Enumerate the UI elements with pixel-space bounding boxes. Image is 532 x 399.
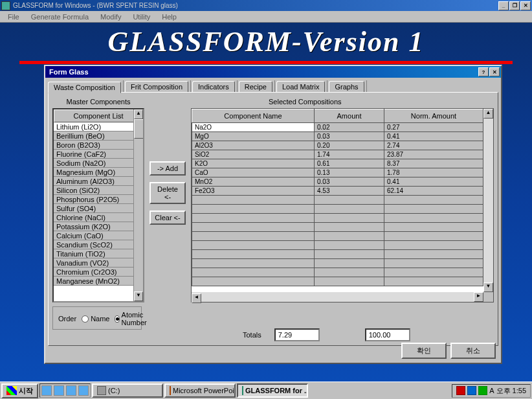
list-item[interactable]: Silicon (SiO2) (54, 186, 143, 195)
order-group: Order Name Atomic Number (52, 306, 142, 330)
table-row[interactable] (192, 259, 483, 268)
table-row[interactable] (192, 241, 483, 250)
list-item[interactable]: Aluminum (Al2O3) (54, 177, 143, 186)
close-button[interactable]: ✕ (520, 1, 531, 10)
list-item[interactable]: Fluorine (CaF2) (54, 150, 143, 159)
table-row[interactable] (192, 214, 483, 223)
ok-button[interactable]: 확인 (401, 343, 447, 359)
taskbar-drive[interactable]: (C:) (92, 383, 163, 398)
list-item[interactable]: Magnesium (MgO) (54, 168, 143, 177)
list-item[interactable]: Titanium (TiO2) (54, 249, 143, 258)
menu-generate-formula[interactable]: Generate Formula (26, 12, 94, 22)
tab-panel: Master Components Component List Lithium… (48, 92, 498, 346)
quicklaunch-icon[interactable] (78, 385, 89, 396)
list-item[interactable]: Phosphorus (P2O5) (54, 195, 143, 204)
order-radio-atomic[interactable]: Atomic Number (115, 311, 149, 326)
selected-compositions-label: Selected Compositions (269, 97, 494, 108)
app-icon (1, 1, 10, 10)
table-row[interactable]: SiO21.7423.87 (192, 150, 483, 159)
dialog-titlebar: Form Glass ? ✕ (45, 66, 501, 78)
heading-underline (19, 61, 513, 64)
scroll-left-icon[interactable]: ◄ (192, 293, 201, 303)
tray-lang[interactable]: A (489, 387, 494, 394)
list-item[interactable]: Manganese (MnO2) (54, 277, 143, 286)
taskbar: 시작 (C:) Microsoft PowerPoint ... GLASSFO… (0, 382, 532, 399)
menu-modify[interactable]: Modify (95, 12, 126, 22)
scroll-right-icon[interactable]: ► (474, 292, 483, 302)
table-row[interactable]: Fe2O34.5362.14 (192, 187, 483, 196)
list-item[interactable]: Chlorine (NaCl) (54, 213, 143, 222)
totals-norm: 100.00 (365, 328, 410, 341)
table-row[interactable]: K2O0.618.37 (192, 159, 483, 168)
windows-icon (6, 386, 17, 395)
list-item[interactable]: Calcium (CaO) (54, 231, 143, 240)
tray-icon[interactable] (456, 386, 465, 395)
tray-icon[interactable] (467, 386, 476, 395)
table-row[interactable] (192, 277, 483, 286)
component-listbox[interactable]: Component List Lithium (Li2O)Berillium (… (52, 108, 144, 302)
tab-frit-composition[interactable]: Frit Composition (125, 81, 188, 93)
add-button[interactable]: -> Add (150, 161, 186, 176)
scroll-down-icon[interactable]: ▼ (134, 291, 143, 301)
table-row[interactable] (192, 232, 483, 241)
tray-icon[interactable] (478, 386, 487, 395)
grid-header-amount: Amount (315, 109, 384, 123)
quicklaunch-icon[interactable] (54, 385, 64, 396)
scroll-thumb[interactable] (134, 119, 144, 139)
delete-button[interactable]: Delete <- (150, 182, 186, 204)
scroll-down-icon[interactable]: ▼ (483, 282, 493, 292)
list-item[interactable]: Scandium (ScO2) (54, 240, 143, 249)
menu-utility[interactable]: Utility (127, 12, 155, 22)
clear-button[interactable]: Clear <- (150, 211, 186, 225)
tab-graphs[interactable]: Graphs (329, 81, 364, 93)
start-button[interactable]: 시작 (1, 383, 38, 398)
order-radio-name[interactable]: Name (82, 315, 109, 323)
table-row[interactable] (192, 205, 483, 214)
list-item[interactable]: Vanadium (VO2) (54, 258, 143, 268)
selected-compositions-grid[interactable]: Component Name Amount Norm. Amount Na2O0… (191, 108, 494, 302)
app-title-text: GLASSFORM for Windows - (BWR SPENT RESIN… (13, 2, 498, 9)
list-item[interactable]: Chromium (Cr2O3) (54, 268, 143, 277)
list-item[interactable]: Berillium (BeO) (54, 131, 143, 141)
master-components-label: Master Components (52, 97, 144, 108)
list-item[interactable]: Lithium (Li2O) (54, 122, 143, 131)
table-row[interactable] (192, 268, 483, 277)
tray-clock: 오후 1:55 (496, 386, 526, 396)
grid-vscrollbar[interactable]: ▲ ▼ (483, 109, 493, 292)
tab-recipe[interactable]: Recipe (239, 81, 272, 93)
tab-indicators[interactable]: Indicators (192, 81, 235, 93)
order-legend: Order (58, 315, 76, 323)
table-row[interactable]: MnO20.030.41 (192, 177, 483, 187)
table-row[interactable]: Al2O30.202.74 (192, 141, 483, 150)
list-item[interactable]: Sodium (Na2O) (54, 159, 143, 168)
cancel-button[interactable]: 취소 (450, 343, 496, 359)
table-row[interactable] (192, 250, 483, 259)
list-item[interactable]: Boron (B2O3) (54, 141, 143, 150)
scroll-up-icon[interactable]: ▲ (134, 109, 143, 119)
minimize-button[interactable]: _ (498, 1, 509, 10)
totals-label: Totals (243, 331, 261, 339)
grid-hscrollbar[interactable]: ◄ ► (192, 292, 493, 302)
table-row[interactable] (192, 196, 483, 205)
table-row[interactable]: CaO0.131.78 (192, 168, 483, 177)
menu-file[interactable]: File (3, 12, 25, 22)
taskbar-task-glassform[interactable]: GLASSFORM for ... (237, 383, 308, 398)
menu-help[interactable]: Help (157, 12, 182, 22)
tab-waste-composition[interactable]: Waste Composition (48, 82, 121, 93)
tab-load-matrix[interactable]: Load Matrix (276, 81, 325, 93)
scroll-up-icon[interactable]: ▲ (483, 109, 493, 119)
table-row[interactable]: Na2O0.020.27 (192, 123, 483, 132)
list-item[interactable]: Sulfur (SO4) (54, 204, 143, 213)
quicklaunch-icon[interactable] (66, 385, 76, 396)
table-row[interactable] (192, 223, 483, 232)
table-row[interactable]: MgO0.030.41 (192, 132, 483, 141)
dialog-close-button[interactable]: ✕ (489, 67, 500, 76)
grid-header-name: Component Name (192, 109, 315, 123)
taskbar-task-powerpoint[interactable]: Microsoft PowerPoint ... (164, 383, 236, 398)
quicklaunch-icon[interactable] (41, 385, 52, 396)
component-list-scrollbar[interactable]: ▲ ▼ (133, 109, 143, 301)
maximize-button[interactable]: ❐ (509, 1, 520, 10)
page-heading: GLASSFORM-Version 1 (0, 25, 532, 58)
dialog-help-button[interactable]: ? (478, 67, 489, 76)
list-item[interactable]: Potassium (K2O) (54, 222, 143, 231)
